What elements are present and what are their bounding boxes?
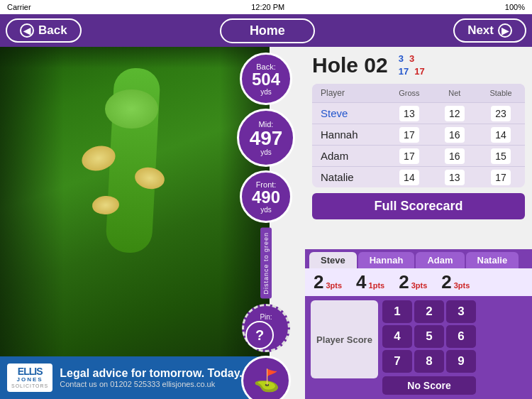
num-2-button[interactable]: 2 [414,300,444,323]
left-panel: ELLIS JONES SOLICITORS Legal advice for … [0,47,270,399]
numpad-row-1: 1 2 3 [382,300,476,323]
back-label: Back [38,23,67,38]
score-gross-adam: 17 [386,146,432,167]
next-button[interactable]: Next ▶ [453,18,526,43]
hole-title: Hole 02 [312,53,388,77]
hole-header: Hole 02 3 3 17 17 [312,53,525,78]
hannah-pts: 1pts [369,281,385,290]
ad-logo-bottom: JONES [17,377,43,383]
player-name-hannah: Hannah [312,124,386,146]
num-4-button[interactable]: 4 [382,325,412,348]
battery-label: 100% [505,3,525,11]
full-scorecard-button[interactable]: Full Scorecard [312,193,525,219]
num-1-button[interactable]: 1 [382,300,412,323]
home-label: Home [250,23,285,38]
tab-hannah[interactable]: Hannah [358,252,415,268]
col-gross: Gross [386,84,432,103]
steve-pts: 3pts [326,281,342,290]
num-3-button[interactable]: 3 [446,300,476,323]
flag-button[interactable]: ⛳ [241,356,291,399]
score-net-hannah: 16 [432,124,477,146]
tab-natalie[interactable]: Natalie [466,252,519,268]
adam-score-item: 2 3pts [399,271,427,293]
no-score-button[interactable]: No Score [382,376,476,395]
col-net: Net [432,84,477,103]
flag-icon: ⛳ [253,368,279,393]
par-red: 3 [409,53,414,65]
numpad: 1 2 3 4 5 6 7 8 [382,300,476,395]
ad-logo: ELLIS JONES SOLICITORS [7,364,52,392]
help-button[interactable]: ? [245,321,274,349]
num-7-button[interactable]: 7 [382,350,412,373]
score-gross-steve: 13 [386,103,432,124]
score-stable-natalie: 17 [477,167,525,188]
scorecard-table: Player Gross Net Stable Steve 13 12 23 [312,84,525,187]
bottom-scoring: Steve Hannah Adam Natalie 2 3pts 4 1pts [305,249,532,399]
table-row: Steve 13 12 23 [312,103,525,124]
table-row: Adam 17 16 15 [312,146,525,167]
mid-dist-unit: yds [260,148,272,156]
numpad-grid: 1 2 3 4 5 6 7 8 [382,300,476,395]
score-stable-adam: 15 [477,146,525,167]
home-button[interactable]: Home [220,18,315,43]
score-gross-natalie: 14 [386,167,432,188]
ad-logo-top: ELLIS [18,366,43,377]
page-wrapper: Carrier 12:20 PM 100% ◀ Back Home Next ▶ [0,0,532,399]
score-stable-hannah: 14 [477,124,525,146]
ad-contact-text: Contact us on 01202 525333 ellisjones.co… [60,380,243,388]
time-label: 12:20 PM [251,3,284,11]
steve-score-item: 2 3pts [314,271,342,293]
course-image [0,47,270,356]
back-dist-value: 504 [252,71,280,88]
distance-back: Back: 504 yds [240,53,292,105]
hannah-score: 4 [356,271,366,293]
col-stable: Stable [477,84,525,103]
next-label: Next [467,23,494,38]
distance-mid: Mid: 497 yds [237,109,295,167]
back-dist-unit: yds [260,88,272,96]
si-blue: 17 [399,65,409,78]
num-9-button[interactable]: 9 [446,350,476,373]
numpad-row-3: 7 8 9 [382,350,476,373]
adam-score: 2 [399,271,409,293]
distance-to-green-label: Distance to green [260,228,272,299]
tab-steve[interactable]: Steve [309,252,357,268]
player-name-adam: Adam [312,146,386,167]
score-gross-hannah: 17 [386,124,432,146]
back-button[interactable]: ◀ Back [6,18,82,43]
table-row: Natalie 14 13 17 [312,167,525,188]
top-nav: ◀ Back Home Next ▶ [0,14,532,47]
back-arrow-icon: ◀ [20,23,34,38]
tab-adam[interactable]: Adam [416,252,464,268]
ad-bar: ELLIS JONES SOLICITORS Legal advice for … [0,356,270,399]
ad-main-text: Legal advice for tomorrow. Today. [60,367,243,380]
player-tabs: Steve Hannah Adam Natalie [305,249,532,268]
num-5-button[interactable]: 5 [414,325,444,348]
par-blue: 3 [399,53,404,65]
front-dist-value: 490 [252,189,280,206]
numpad-row-2: 4 5 6 [382,325,476,348]
si-red: 17 [414,65,424,78]
carrier-label: Carrier [7,3,31,11]
status-bar: Carrier 12:20 PM 100% [0,0,532,14]
natalie-pts: 3pts [454,281,470,290]
front-dist-unit: yds [260,206,272,214]
player-score-label: Player Score [311,300,378,378]
next-arrow-icon: ▶ [498,23,512,38]
mid-dist-value: 497 [250,129,283,148]
adam-pts: 3pts [411,281,428,290]
num-8-button[interactable]: 8 [414,350,444,373]
player-name-natalie: Natalie [312,167,386,188]
score-stable-steve: 23 [477,103,525,124]
num-6-button[interactable]: 6 [446,325,476,348]
numpad-area: Player Score 1 2 3 4 5 6 [305,296,532,399]
steve-score: 2 [314,271,323,293]
ad-logo-sub: SOLICITORS [11,383,48,389]
score-net-adam: 16 [432,146,477,167]
score-net-steve: 12 [432,103,477,124]
score-net-natalie: 13 [432,167,477,188]
player-name-steve: Steve [312,103,386,124]
distance-front: Front: 490 yds [240,170,292,223]
ad-text: Legal advice for tomorrow. Today. Contac… [60,367,243,388]
table-row: Hannah 17 16 14 [312,124,525,146]
